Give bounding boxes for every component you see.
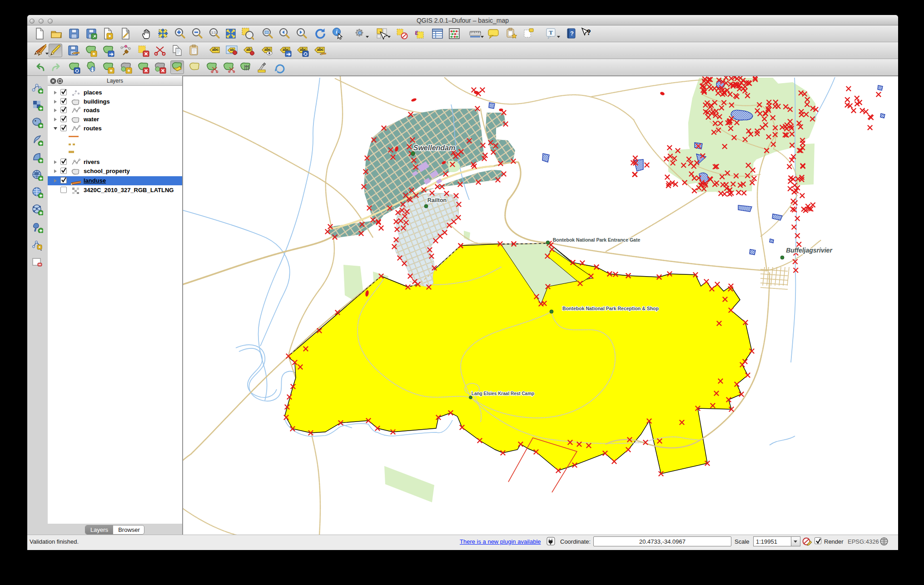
svg-text:abc: abc [317,47,324,52]
svg-text:1:1: 1:1 [211,31,216,34]
svg-text:Bontebok National Park Entranc: Bontebok National Park Entrance Gate [553,237,641,243]
svg-text:Swellendam: Swellendam [413,144,455,152]
svg-text:ab: ab [246,47,251,52]
svg-text:?: ? [586,29,591,36]
svg-text:abc: abc [264,47,271,52]
svg-text:?: ? [570,30,574,37]
svg-text:Bontebok National Park Recepti: Bontebok National Park Reception & Shop [562,306,659,311]
svg-text:T: T [549,29,553,36]
svg-text:abc: abc [212,47,219,52]
svg-text:ε: ε [415,28,418,37]
svg-text:Buffeljagsrivier: Buffeljagsrivier [786,247,833,254]
svg-text:Lang Elsies Kraal Rest Camp: Lang Elsies Kraal Rest Camp [472,391,534,396]
svg-text:Railton: Railton [427,197,447,203]
